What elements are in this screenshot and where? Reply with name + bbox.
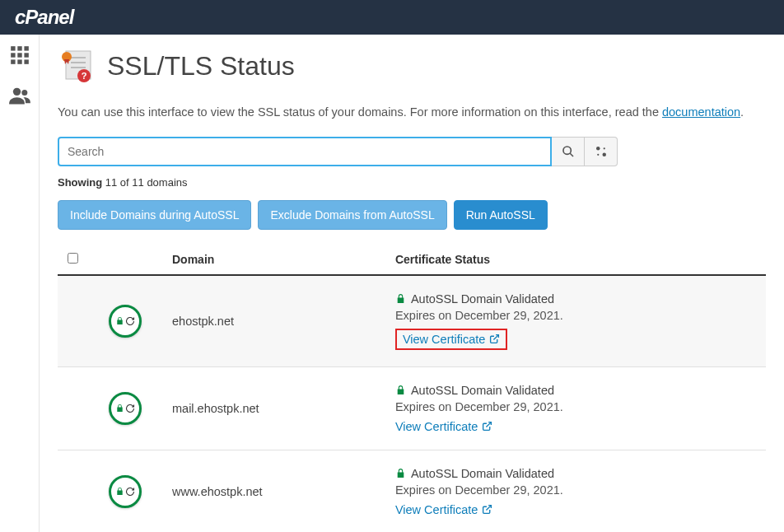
domain-cell: www.ehostpk.net (162, 450, 385, 532)
svg-line-19 (570, 153, 573, 156)
svg-text:?: ? (82, 71, 87, 81)
lock-icon (115, 486, 124, 497)
svg-line-26 (487, 506, 492, 511)
svg-point-22 (597, 153, 599, 155)
apps-icon[interactable] (9, 44, 30, 69)
domain-header: Domain (162, 245, 385, 275)
showing-label: Showing (58, 176, 105, 189)
svg-rect-4 (17, 53, 21, 57)
cert-status-icon (109, 392, 142, 425)
intro-text: You can use this interface to view the S… (58, 104, 766, 122)
svg-point-20 (596, 147, 600, 151)
view-certificate-link[interactable]: View Certificate (403, 333, 500, 346)
topbar: cPanel (0, 0, 784, 35)
svg-rect-8 (24, 59, 28, 63)
users-icon[interactable] (8, 84, 31, 110)
svg-point-10 (21, 90, 27, 96)
search-button[interactable] (552, 137, 585, 166)
cert-expires-text: Expires on December 29, 2021. (395, 400, 756, 413)
refresh-icon (125, 487, 135, 497)
ssl-certificate-icon: ? (58, 48, 94, 84)
search-row (58, 137, 766, 166)
intro-text-part2: . (740, 105, 744, 119)
domains-table: Domain Certificate Status ehostpk.netAut… (58, 245, 766, 532)
cert-status-cell: AutoSSL Domain ValidatedExpires on Decem… (385, 275, 766, 367)
cert-status-icon (109, 475, 142, 508)
svg-point-9 (12, 88, 20, 96)
svg-rect-1 (17, 46, 21, 50)
svg-rect-3 (11, 53, 15, 57)
cpanel-logo: cPanel (15, 6, 73, 29)
svg-point-18 (563, 147, 571, 154)
intro-text-part1: You can use this interface to view the S… (58, 105, 662, 119)
cert-status-text: AutoSSL Domain Validated (411, 384, 554, 397)
domain-cell: mail.ehostpk.net (162, 366, 385, 450)
cert-expires-text: Expires on December 29, 2021. (395, 309, 756, 322)
highlight-box: View Certificate (395, 329, 507, 350)
svg-rect-2 (24, 46, 28, 50)
lock-icon (395, 384, 406, 396)
view-certificate-link[interactable]: View Certificate (395, 503, 492, 516)
documentation-link[interactable]: documentation (662, 105, 740, 119)
exclude-domains-button[interactable]: Exclude Domains from AutoSSL (258, 200, 446, 230)
page-title: SSL/TLS Status (107, 51, 295, 82)
external-link-icon (482, 504, 492, 515)
lock-icon (115, 403, 124, 413)
lock-icon (115, 315, 124, 326)
view-certificate-link[interactable]: View Certificate (395, 420, 492, 433)
svg-rect-6 (11, 59, 15, 63)
cert-status-text: AutoSSL Domain Validated (411, 467, 554, 480)
external-link-icon (489, 334, 500, 344)
domain-cell: ehostpk.net (162, 275, 385, 367)
svg-rect-7 (17, 59, 21, 63)
external-link-icon (482, 421, 492, 432)
cert-status-cell: AutoSSL Domain ValidatedExpires on Decem… (385, 366, 766, 450)
showing-text: Showing 11 of 11 domains (58, 176, 766, 189)
cert-status-text: AutoSSL Domain Validated (411, 292, 554, 306)
cert-expires-text: Expires on December 29, 2021. (395, 483, 756, 497)
svg-point-21 (603, 147, 604, 149)
svg-rect-5 (24, 53, 28, 57)
action-buttons: Include Domains during AutoSSL Exclude D… (58, 200, 766, 230)
svg-line-24 (494, 335, 499, 340)
cert-status-header: Certificate Status (385, 245, 766, 275)
svg-line-25 (487, 422, 492, 427)
cert-status-icon (109, 305, 142, 338)
table-row: mail.ehostpk.netAutoSSL Domain Validated… (58, 366, 766, 450)
table-row: www.ehostpk.netAutoSSL Domain ValidatedE… (58, 450, 766, 532)
include-domains-button[interactable]: Include Domains during AutoSSL (58, 200, 251, 230)
svg-point-23 (602, 152, 606, 156)
main-content: ? SSL/TLS Status You can use this interf… (40, 35, 784, 532)
lock-icon (395, 467, 406, 479)
refresh-icon (125, 404, 135, 413)
table-row: ehostpk.netAutoSSL Domain ValidatedExpir… (58, 275, 766, 367)
settings-button[interactable] (585, 137, 618, 166)
search-input[interactable] (58, 137, 552, 166)
cert-status-cell: AutoSSL Domain ValidatedExpires on Decem… (385, 450, 766, 532)
lock-icon (395, 292, 406, 305)
showing-count: 11 of 11 domains (105, 176, 188, 189)
page-header: ? SSL/TLS Status (58, 48, 766, 84)
svg-rect-0 (11, 46, 15, 50)
refresh-icon (125, 316, 135, 326)
table-header-row: Domain Certificate Status (58, 245, 766, 275)
sidenav (0, 35, 40, 532)
run-autossl-button[interactable]: Run AutoSSL (454, 200, 548, 230)
select-all-checkbox[interactable] (68, 253, 78, 264)
